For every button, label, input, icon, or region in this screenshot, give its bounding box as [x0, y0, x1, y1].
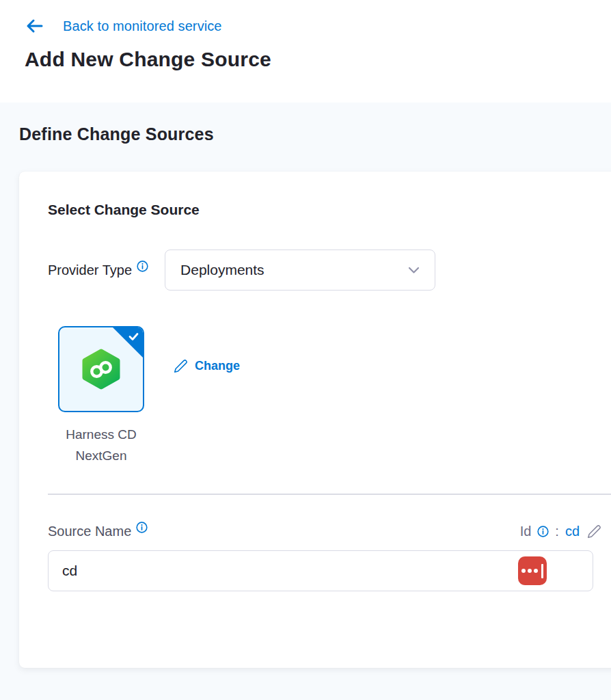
provider-type-row: Provider Type Deployments	[48, 250, 611, 291]
page-header: Back to monitored service Add New Change…	[0, 0, 611, 103]
identifier-value: cd	[565, 524, 580, 539]
info-icon[interactable]	[136, 522, 148, 536]
change-source-card: Select Change Source Provider Type Deplo…	[19, 172, 611, 668]
change-link-label[interactable]: Change	[195, 359, 240, 373]
provider-type-select[interactable]: Deployments	[165, 250, 435, 291]
identifier-label: Id	[520, 524, 532, 539]
source-name-label: Source Name	[48, 524, 131, 539]
edit-pencil-icon	[587, 524, 601, 539]
info-icon[interactable]	[537, 526, 549, 537]
password-manager-dot	[528, 569, 532, 573]
change-provider-link[interactable]: Change	[174, 359, 240, 373]
selected-provider-row: Harness CD NextGen Change	[48, 326, 611, 466]
chevron-down-icon	[408, 267, 420, 274]
back-arrow-icon	[25, 18, 44, 34]
identifier-group: Id : cd	[520, 524, 601, 539]
back-link-label[interactable]: Back to monitored service	[63, 18, 222, 34]
password-manager-dot	[534, 569, 538, 573]
source-name-input-wrap	[48, 550, 593, 591]
define-change-sources-section: Define Change Sources Select Change Sour…	[0, 103, 611, 700]
source-name-row: Source Name Id	[48, 524, 601, 539]
provider-tile-label: Harness CD NextGen	[51, 424, 152, 466]
provider-type-selected-value: Deployments	[180, 262, 264, 278]
password-manager-dot	[521, 569, 526, 573]
section-heading: Define Change Sources	[19, 124, 611, 144]
edit-identifier-button[interactable]	[587, 524, 601, 539]
edit-pencil-icon	[174, 359, 188, 373]
identifier-separator: :	[555, 524, 559, 539]
provider-type-label: Provider Type	[48, 262, 132, 278]
page-title: Add New Change Source	[25, 48, 611, 71]
password-manager-cursor	[541, 564, 543, 578]
password-manager-icon[interactable]	[518, 556, 547, 585]
provider-tile-column: Harness CD NextGen	[51, 326, 152, 466]
provider-tile-harness-cd-nextgen[interactable]	[58, 326, 144, 412]
info-icon[interactable]	[137, 260, 148, 275]
section-divider	[48, 494, 611, 495]
provider-type-label-group: Provider Type	[48, 262, 148, 278]
check-icon	[128, 332, 139, 341]
source-name-input[interactable]	[48, 550, 593, 591]
back-link[interactable]: Back to monitored service	[25, 18, 222, 34]
source-name-label-group: Source Name	[48, 524, 148, 539]
card-heading: Select Change Source	[48, 202, 611, 218]
harness-cd-icon	[80, 348, 122, 390]
